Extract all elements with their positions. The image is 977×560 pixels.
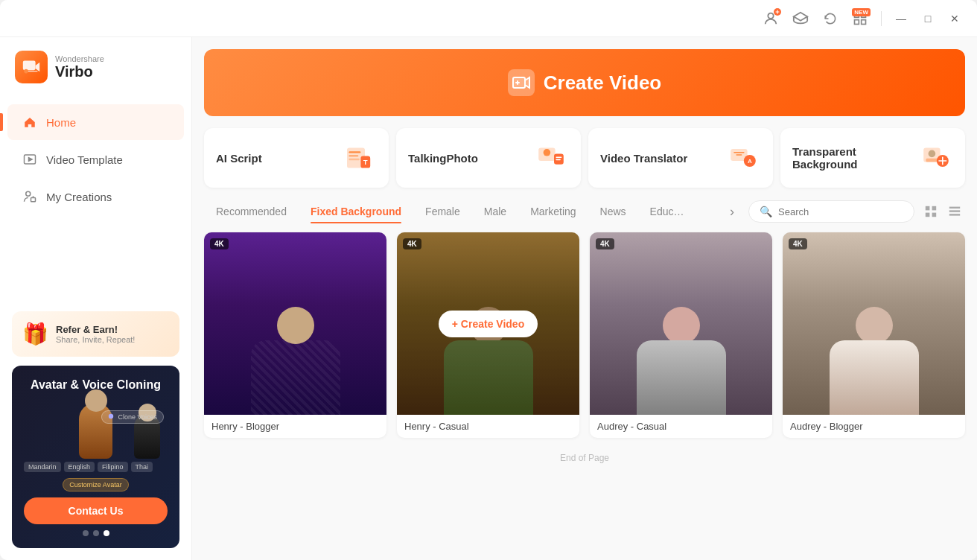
lang-tag-filipino: Filipino bbox=[98, 462, 128, 472]
app-window: NEW — □ ✕ Wondershare bbox=[0, 0, 977, 560]
main-layout: Wondershare Virbo Home Video Template bbox=[0, 37, 977, 560]
svg-rect-33 bbox=[949, 207, 960, 209]
tab-education[interactable]: Educ… bbox=[638, 200, 696, 223]
tab-more-button[interactable]: › bbox=[722, 201, 742, 222]
maximize-button[interactable]: □ bbox=[917, 8, 938, 29]
nav-label-home: Home bbox=[46, 116, 76, 129]
svg-point-6 bbox=[24, 69, 28, 74]
svg-text:T: T bbox=[363, 158, 368, 166]
end-of-page: End of Page bbox=[204, 438, 965, 469]
search-input[interactable] bbox=[778, 206, 903, 217]
refer-text: Refer & Earn! Share, Invite, Repeat! bbox=[56, 324, 135, 344]
grid-view-button[interactable] bbox=[920, 201, 941, 222]
content-area: Create Video AI Script T bbox=[192, 37, 977, 560]
hat-icon[interactable] bbox=[789, 7, 812, 31]
avatar-name-audrey-casual: Audrey - Casual bbox=[590, 415, 772, 438]
refer-card[interactable]: 🎁 Refer & Earn! Share, Invite, Repeat! bbox=[12, 311, 179, 357]
dot-2 bbox=[93, 530, 99, 536]
svg-point-26 bbox=[929, 150, 936, 158]
create-video-label: Create Video bbox=[544, 71, 661, 95]
badge-4k-henry-blogger: 4K bbox=[210, 238, 229, 249]
search-box: 🔍 bbox=[748, 200, 914, 223]
video-translator-icon: A bbox=[725, 140, 761, 176]
app-logo: Wondershare Virbo bbox=[0, 37, 191, 97]
nav-item-my-creations[interactable]: My Creations bbox=[7, 179, 184, 214]
create-video-overlay-button[interactable]: + Create Video bbox=[439, 311, 538, 337]
svg-rect-27 bbox=[926, 159, 938, 162]
end-of-page-text: End of Page bbox=[560, 453, 609, 463]
avatar-image-henry-blogger: 4K bbox=[204, 232, 386, 415]
svg-rect-15 bbox=[349, 155, 358, 156]
feature-card-talking-photo[interactable]: TalkingPhoto bbox=[396, 128, 581, 188]
avatar-name-henry-casual: Henry - Casual bbox=[397, 415, 579, 438]
svg-rect-30 bbox=[932, 206, 937, 211]
avatar-card-henry-blogger[interactable]: 4K Henry - Blogger bbox=[204, 232, 386, 438]
feature-card-transparent-bg[interactable]: Transparent Background bbox=[780, 128, 965, 188]
refer-icon: 🎁 bbox=[22, 322, 48, 346]
ai-script-label: AI Script bbox=[216, 152, 262, 165]
card-dots bbox=[24, 530, 168, 536]
dot-1 bbox=[83, 530, 89, 536]
grid-icon[interactable]: NEW bbox=[848, 7, 872, 31]
svg-rect-16 bbox=[349, 159, 359, 160]
svg-point-0 bbox=[768, 13, 773, 18]
tab-news[interactable]: News bbox=[588, 200, 638, 223]
avatar-card-audrey-casual[interactable]: 4K Audrey - Casual bbox=[590, 232, 772, 438]
svg-rect-10 bbox=[31, 198, 36, 202]
svg-rect-31 bbox=[926, 213, 930, 217]
refer-title: Refer & Earn! bbox=[56, 324, 135, 335]
avatar-card-audrey-blogger[interactable]: 4K Audrey - Blogger bbox=[783, 232, 965, 438]
avatar-voice-card: Avatar & Voice Cloning Clone Voices Mand… bbox=[12, 366, 179, 548]
lang-tag-mandarin: Mandarin bbox=[24, 462, 61, 472]
tab-male[interactable]: Male bbox=[472, 200, 518, 223]
svg-rect-34 bbox=[949, 210, 960, 211]
create-video-icon bbox=[508, 69, 535, 96]
logo-text: Wondershare Virbo bbox=[55, 54, 104, 80]
refresh-icon[interactable] bbox=[818, 7, 842, 31]
search-icon: 🔍 bbox=[760, 206, 772, 217]
overlay-henry-casual: + Create Video bbox=[397, 232, 579, 415]
user-icon[interactable] bbox=[759, 7, 783, 31]
svg-rect-32 bbox=[932, 213, 937, 217]
badge-4k-henry-casual: 4K bbox=[403, 238, 421, 249]
avatar-illustration: Clone Voices bbox=[24, 399, 168, 459]
clone-voices-tag: Clone Voices bbox=[101, 410, 164, 424]
badge-4k-audrey-casual: 4K bbox=[596, 238, 614, 249]
tab-marketing[interactable]: Marketing bbox=[518, 200, 588, 223]
tab-fixed-background[interactable]: Fixed Background bbox=[299, 200, 413, 223]
tab-recommended[interactable]: Recommended bbox=[204, 200, 299, 223]
tabs-row: Recommended Fixed Background Female Male… bbox=[204, 200, 965, 223]
feature-card-video-translator[interactable]: Video Translator A bbox=[588, 128, 773, 188]
lang-tag-english: English bbox=[64, 462, 95, 472]
create-video-banner[interactable]: Create Video bbox=[204, 49, 965, 116]
video-template-icon bbox=[22, 152, 37, 167]
nav-item-video-template[interactable]: Video Template bbox=[7, 141, 184, 177]
my-creations-icon bbox=[22, 189, 37, 204]
avatar-name-henry-blogger: Henry - Blogger bbox=[204, 415, 386, 438]
avatar-image-audrey-blogger: 4K bbox=[783, 232, 965, 415]
lang-tag-thai: Thai bbox=[131, 462, 153, 472]
ai-script-icon: T bbox=[341, 140, 377, 176]
customize-avatar-tag: Customize Avatar bbox=[63, 478, 128, 491]
tab-list: Recommended Fixed Background Female Male… bbox=[204, 200, 722, 223]
list-view-button[interactable] bbox=[944, 201, 965, 222]
close-button[interactable]: ✕ bbox=[944, 8, 965, 29]
svg-point-9 bbox=[26, 191, 31, 196]
feature-card-ai-script[interactable]: AI Script T bbox=[204, 128, 389, 188]
transparent-bg-label: Transparent Background bbox=[792, 145, 919, 171]
refer-subtitle: Share, Invite, Repeat! bbox=[56, 335, 135, 344]
svg-rect-35 bbox=[949, 214, 960, 215]
avatar-card-henry-casual[interactable]: 4K + Create Video Henry - Casual bbox=[397, 232, 579, 438]
title-bar: NEW — □ ✕ bbox=[0, 0, 977, 37]
nav-item-home[interactable]: Home bbox=[7, 104, 184, 140]
contact-us-button[interactable]: Contact Us bbox=[24, 497, 168, 524]
talking-photo-label: TalkingPhoto bbox=[408, 152, 478, 165]
video-translator-label: Video Translator bbox=[600, 152, 687, 165]
minimize-button[interactable]: — bbox=[891, 8, 911, 29]
new-badge: NEW bbox=[852, 8, 871, 16]
svg-rect-5 bbox=[23, 61, 36, 71]
tab-female[interactable]: Female bbox=[413, 200, 472, 223]
svg-rect-3 bbox=[855, 19, 859, 24]
svg-text:A: A bbox=[748, 158, 752, 165]
dot-3 bbox=[104, 530, 109, 536]
